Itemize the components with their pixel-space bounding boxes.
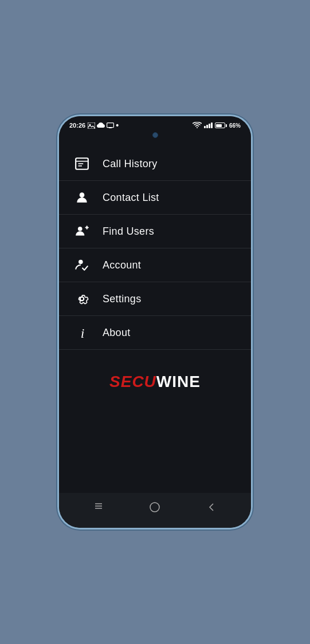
- phone-frame: 20:26: [57, 114, 253, 530]
- home-button[interactable]: [140, 499, 169, 519]
- status-right: 66%: [193, 122, 241, 129]
- logo-secu: Secu: [109, 373, 156, 390]
- status-icons: •: [88, 121, 119, 130]
- menu-item-find-users[interactable]: Find Users: [59, 215, 251, 248]
- status-left: 20:26: [69, 121, 119, 130]
- signal-icon: [204, 123, 213, 128]
- menu-item-settings[interactable]: Settings: [59, 282, 251, 316]
- svg-point-12: [79, 260, 83, 264]
- time-display: 20:26: [69, 122, 85, 129]
- camera-dot: [152, 132, 158, 138]
- menu-item-account[interactable]: Account: [59, 248, 251, 282]
- account-icon: [73, 258, 91, 272]
- logo-wine: Wine: [156, 373, 201, 390]
- status-bar: 20:26: [59, 116, 251, 132]
- menu-content: Call History Contact List: [59, 141, 251, 493]
- svg-rect-2: [107, 123, 114, 128]
- battery-percentage: 66%: [229, 123, 241, 129]
- find-users-icon: [73, 224, 91, 239]
- contact-list-icon: [73, 190, 91, 205]
- account-label: Account: [103, 259, 141, 271]
- menu-item-contact-list[interactable]: Contact List: [59, 181, 251, 215]
- back-button[interactable]: [197, 499, 226, 519]
- svg-point-18: [150, 503, 159, 512]
- settings-label: Settings: [103, 293, 141, 305]
- call-history-label: Call History: [103, 158, 158, 170]
- screen-icon: [107, 123, 114, 128]
- phone-screen: 20:26: [59, 116, 251, 528]
- contact-list-label: Contact List: [103, 192, 159, 204]
- bottom-nav: [59, 493, 251, 528]
- menu-item-call-history[interactable]: Call History: [59, 147, 251, 181]
- menu-item-about[interactable]: i About: [59, 316, 251, 350]
- svg-point-9: [78, 227, 83, 231]
- svg-rect-0: [88, 123, 95, 129]
- settings-icon: [73, 291, 91, 306]
- svg-point-8: [80, 192, 85, 197]
- app-logo: SecuWine: [109, 373, 201, 391]
- call-history-icon: [73, 156, 91, 171]
- about-icon: i: [73, 325, 91, 340]
- svg-text:i: i: [81, 326, 85, 340]
- wifi-icon: [193, 122, 202, 129]
- gallery-icon: [88, 123, 95, 129]
- find-users-label: Find Users: [103, 226, 154, 238]
- logo-area: SecuWine: [59, 350, 251, 414]
- battery-icon: [215, 123, 227, 128]
- recent-apps-button[interactable]: [84, 499, 113, 519]
- about-label: About: [103, 327, 131, 339]
- cloud-icon: [97, 123, 105, 128]
- camera-notch: [59, 132, 251, 141]
- notification-dot: •: [116, 121, 119, 130]
